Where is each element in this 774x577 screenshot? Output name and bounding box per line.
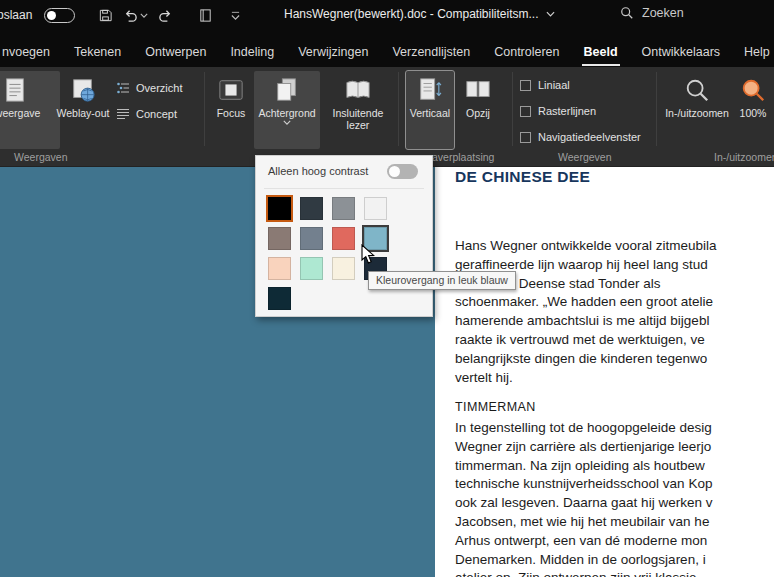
autosave-toggle[interactable] bbox=[44, 8, 75, 23]
print-layout-icon bbox=[1, 76, 29, 104]
checkbox-icon bbox=[520, 80, 531, 91]
text-line: hamerende ambachtslui is me altijd bijge… bbox=[455, 312, 717, 331]
navigation-pane-checkbox[interactable]: Navigatiedeelvenster bbox=[520, 131, 641, 143]
draft-view-button[interactable]: Concept bbox=[112, 103, 181, 125]
outline-icon bbox=[116, 81, 130, 95]
text-line: timmerman. Na zijn opleiding als houtbew bbox=[455, 457, 712, 476]
color-swatch[interactable] bbox=[332, 197, 355, 220]
color-swatch-hovered[interactable] bbox=[364, 227, 387, 250]
color-swatch[interactable] bbox=[300, 197, 323, 220]
web-layout-icon bbox=[69, 76, 97, 104]
tab-ontwerpen[interactable]: Ontwerpen bbox=[133, 40, 218, 68]
color-swatch[interactable] bbox=[268, 197, 291, 220]
tab-verwijzingen[interactable]: Verwijzingen bbox=[286, 40, 380, 68]
document-title-text: HansWegner(bewerkt).doc - Compatibilitei… bbox=[284, 7, 539, 21]
immersive-reader-label: Insluitende lezer bbox=[324, 107, 392, 131]
outline-view-button[interactable]: Overzicht bbox=[112, 77, 186, 99]
color-swatch[interactable] bbox=[268, 227, 291, 250]
background-label: Achtergrond bbox=[258, 107, 315, 119]
text-line: schoenmaker. „We hadden een groot atelie bbox=[455, 293, 717, 312]
group-separator bbox=[656, 72, 657, 146]
zoom-100-label: 100% bbox=[740, 107, 767, 119]
text-line: belangrijkste dingen die kinderen tegenw… bbox=[455, 350, 717, 369]
draft-label: Concept bbox=[136, 108, 177, 120]
zoom-label: In-/uitzoomen bbox=[665, 107, 729, 119]
chevron-down-icon bbox=[140, 13, 148, 18]
text-line: Hans Wegner ontwikkelde vooral zitmeubil… bbox=[455, 237, 717, 256]
focus-label: Focus bbox=[217, 107, 246, 119]
high-contrast-label: Alleen hoog contrast bbox=[268, 165, 368, 177]
side-to-side-label: Opzij bbox=[466, 107, 490, 119]
paragraph-1: Hans Wegner ontwikkelde vooral zitmeubil… bbox=[455, 237, 717, 387]
ruler-label: Liniaal bbox=[538, 79, 570, 91]
color-swatch[interactable] bbox=[332, 257, 355, 280]
text-line: atelier op. Zijn ontwerpen zijn vrij kla… bbox=[455, 569, 712, 577]
zoom-icon bbox=[683, 76, 711, 104]
color-swatch[interactable] bbox=[268, 257, 291, 280]
search-icon bbox=[620, 6, 634, 20]
search-box[interactable]: Zoeken bbox=[620, 6, 684, 20]
group-label-page-movement: averplaatsing bbox=[432, 151, 494, 163]
floppy-icon bbox=[98, 8, 113, 23]
journal-button[interactable] bbox=[196, 6, 214, 24]
zoom-button[interactable]: In-/uitzoomen bbox=[666, 71, 728, 149]
group-separator bbox=[398, 72, 399, 146]
text-line: raakte ik vertrouwd met de werktuigen, v… bbox=[455, 331, 717, 350]
gridlines-checkbox[interactable]: Rasterlijnen bbox=[520, 105, 596, 117]
title-bar: pslaan HansWegner(bewerkt).doc - Compati… bbox=[0, 0, 774, 67]
outline-label: Overzicht bbox=[136, 82, 182, 94]
side-to-side-icon bbox=[464, 76, 492, 104]
color-swatch[interactable] bbox=[300, 227, 323, 250]
text-line: Denemarken. Midden in de oorlogsjaren, i bbox=[455, 551, 712, 570]
zoom-100-icon bbox=[739, 76, 767, 104]
save-button[interactable] bbox=[96, 6, 114, 24]
side-to-side-button[interactable]: Opzij bbox=[456, 71, 500, 149]
checkbox-icon bbox=[520, 106, 531, 117]
quick-access-overflow-button[interactable] bbox=[226, 6, 244, 24]
color-swatch[interactable] bbox=[300, 257, 323, 280]
chevron-down-icon bbox=[546, 11, 555, 17]
print-layout-view-button[interactable]: kweergave bbox=[0, 71, 60, 149]
zoom-100-button[interactable]: 100% bbox=[730, 71, 774, 149]
draft-icon bbox=[116, 107, 130, 121]
text-line: Arhus ontwerpt, een van dé moderne mon bbox=[455, 532, 712, 551]
swatch-tooltip: Kleurovergang in leuk blauw bbox=[368, 271, 516, 290]
text-line: ook zal lesgeven. Daarna gaat hij werken… bbox=[455, 494, 712, 513]
ruler-checkbox[interactable]: Liniaal bbox=[520, 79, 570, 91]
divider bbox=[264, 188, 424, 189]
vertical-page-movement-button[interactable]: Verticaal bbox=[406, 71, 454, 149]
chevron-down-icon bbox=[283, 120, 291, 125]
high-contrast-toggle[interactable] bbox=[387, 164, 418, 179]
tab-controleren[interactable]: Controleren bbox=[482, 40, 571, 68]
document-subheading: TIMMERMAN bbox=[455, 400, 536, 414]
web-layout-view-button[interactable]: Weblay-out bbox=[56, 71, 110, 149]
vertical-label: Verticaal bbox=[410, 107, 450, 119]
ribbon-tab-bar: nvoegen Tekenen Ontwerpen Indeling Verwi… bbox=[0, 40, 774, 68]
color-swatch[interactable] bbox=[364, 197, 387, 220]
group-separator bbox=[204, 72, 205, 146]
ribbon: kweergave Weblay-out Overzicht Concept W… bbox=[0, 67, 774, 167]
tab-ontwikkelaars[interactable]: Ontwikkelaars bbox=[630, 40, 733, 68]
text-line: Jacobsen, met wie hij het meubilair van … bbox=[455, 513, 712, 532]
document-page[interactable]: DE CHINESE DEE Hans Wegner ontwikkelde v… bbox=[435, 167, 774, 577]
paragraph-2: In tegenstelling tot de hoogopgeleide de… bbox=[455, 419, 712, 577]
redo-button[interactable] bbox=[156, 6, 174, 24]
text-line: technische kunstnijverheidsschool van Ko… bbox=[455, 475, 712, 494]
background-color-dropdown: Alleen hoog contrast bbox=[255, 155, 433, 317]
focus-button[interactable]: Focus bbox=[210, 71, 252, 149]
tab-verzendlijsten[interactable]: Verzendlijsten bbox=[380, 40, 482, 68]
chevron-down-icon bbox=[231, 11, 240, 20]
tab-beeld[interactable]: Beeld bbox=[572, 40, 630, 68]
tab-invoegen[interactable]: nvoegen bbox=[0, 40, 62, 68]
undo-dropdown-chevron[interactable] bbox=[138, 6, 150, 24]
background-button[interactable]: Achtergrond bbox=[254, 71, 320, 149]
color-swatch[interactable] bbox=[332, 227, 355, 250]
color-swatch[interactable] bbox=[268, 287, 291, 310]
undo-button[interactable] bbox=[121, 6, 139, 24]
immersive-reader-button[interactable]: Insluitende lezer bbox=[324, 71, 392, 149]
checkbox-icon bbox=[520, 132, 531, 143]
tab-help[interactable]: Help bbox=[732, 40, 774, 68]
tab-indeling[interactable]: Indeling bbox=[218, 40, 286, 68]
document-title-dropdown[interactable]: HansWegner(bewerkt).doc - Compatibilitei… bbox=[284, 7, 555, 21]
tab-tekenen[interactable]: Tekenen bbox=[62, 40, 133, 68]
